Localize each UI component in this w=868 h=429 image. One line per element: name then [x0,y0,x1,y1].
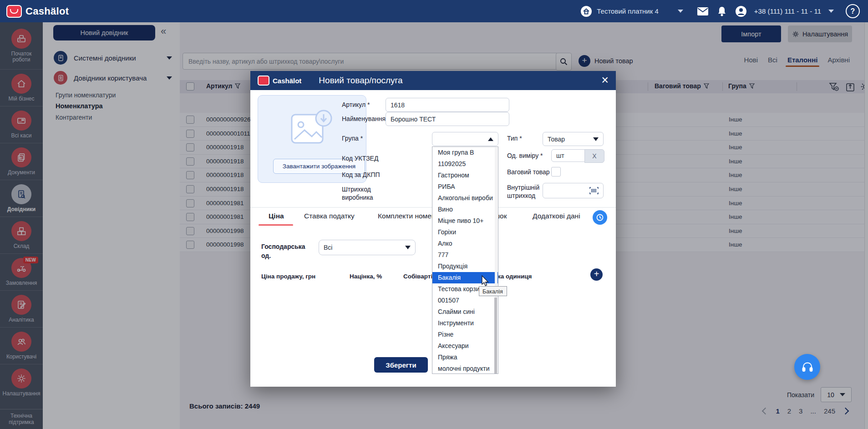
economic-unit-label: Господарська од. [261,242,307,260]
producer-barcode-label: Штрихкод виробника [342,185,383,202]
price-col-sale: Ціна продажу, грн [261,273,315,280]
type-select[interactable]: Товар [543,132,604,146]
dkpp-label: Код за ДКПП [342,171,380,178]
group-option[interactable]: Різне [432,329,498,340]
brand-name: Cashälot [25,5,69,17]
tab-extra-data[interactable]: Додаткові дані [533,212,580,220]
dropdown-scrollbar[interactable] [495,147,497,373]
tab-price[interactable]: Ціна [269,212,284,220]
cashalot-whale-icon [6,5,22,18]
group-option[interactable]: Вино [432,204,498,215]
app-root: Cashälot Тестовий платник 4 +38 (111) 11… [0,0,868,429]
group-option[interactable]: 777 [432,249,498,261]
unit-label: Од. виміру * [507,152,543,159]
type-label: Тип * [507,135,522,142]
group-option[interactable]: Інструменти [432,318,498,329]
group-option[interactable]: Горіхи [432,227,498,238]
tenant-selector[interactable]: Тестовий платник 4 [580,5,659,17]
mail-icon[interactable] [697,5,709,17]
headset-icon [801,360,814,374]
group-option[interactable]: Пряжа [432,352,498,363]
group-option[interactable]: Моя група В [432,147,498,158]
mouse-cursor [480,275,490,287]
tenant-caret-icon[interactable] [678,10,683,13]
price-col-markup: Націнка, % [350,273,382,280]
modal-header: Cashälot Новий товар/послуга × [250,71,616,90]
economic-unit-select[interactable]: Всі [319,240,416,255]
phone-caret-icon[interactable] [828,10,834,13]
tenant-name: Тестовий платник 4 [597,7,659,15]
bell-icon[interactable] [716,5,728,17]
barcode-scan-icon [589,187,599,194]
chevron-down-icon [405,246,411,249]
new-product-modal: Cashälot Новий товар/послуга × Завантажи… [250,71,616,387]
home-icon [580,5,592,17]
group-option[interactable]: 11092025 [432,158,498,170]
modal-title: Новий товар/послуга [319,76,402,86]
unit-input[interactable] [551,149,585,162]
option-tooltip: Бакалія [479,286,507,296]
history-icon[interactable] [593,210,607,225]
group-option[interactable]: РИБА [432,181,498,192]
name-label: Найменування * [342,115,390,122]
chevron-down-icon [593,137,599,141]
article-label: Артикул * [342,101,370,108]
unit-clear-button[interactable]: X [584,149,604,163]
group-dropdown-list: Моя група В11092025ГастрономРИБААлкоголь… [432,146,498,374]
brand-logo: Cashälot [6,5,69,18]
group-option[interactable]: Алкогольні вироби [432,192,498,204]
uktzed-label: Код УКТЗЕД [342,155,378,162]
help-button[interactable]: ? [846,4,860,18]
internal-barcode-input[interactable] [543,183,604,198]
support-chat-button[interactable] [794,354,820,380]
image-placeholder-icon [288,108,335,147]
weight-checkbox[interactable] [551,167,561,177]
save-button[interactable]: Зберегти [374,357,428,373]
active-tab-underline [259,224,293,226]
tab-tax-rate[interactable]: Ставка податку [304,212,355,220]
name-input[interactable] [386,112,509,126]
cashalot-whale-icon [258,76,269,86]
group-option[interactable]: Слайми сині [432,306,498,318]
close-icon[interactable]: × [601,73,609,87]
modal-brand-logo: Cashälot [258,76,301,86]
chevron-up-icon [488,137,493,141]
internal-barcode-label: Внутрішній штрихкод [507,183,543,200]
group-option[interactable]: молочні продукти [432,363,498,374]
account-phone: +38 (111) 111 - 11 - 11 [754,7,821,15]
group-option[interactable]: Гастроном [432,170,498,181]
group-option[interactable]: Міцне пиво 10+ [432,215,498,227]
group-label: Група * [342,135,363,142]
group-option[interactable]: Алко [432,238,498,249]
group-option[interactable]: Аксесуари [432,340,498,352]
article-input[interactable] [386,98,509,112]
group-select[interactable] [432,132,498,146]
add-price-button[interactable]: + [590,268,603,281]
top-bar: Cashälot Тестовий платник 4 +38 (111) 11… [0,0,868,22]
avatar-icon[interactable] [735,5,747,17]
weight-label: Ваговий товар [507,168,550,176]
group-option[interactable]: Продукція [432,261,498,272]
